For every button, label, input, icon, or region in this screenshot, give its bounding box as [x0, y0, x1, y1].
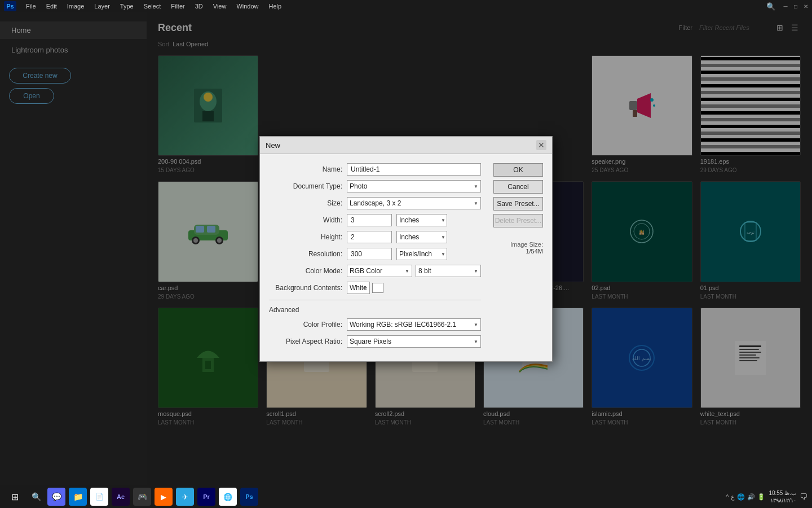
pixel-aspect-label: Pixel Aspect Ratio:: [269, 338, 342, 345]
taskbar-ae-icon[interactable]: Ae: [112, 488, 130, 506]
height-unit-select[interactable]: Inches: [396, 231, 447, 243]
bg-color-preview[interactable]: [372, 283, 383, 293]
width-input[interactable]: [347, 214, 392, 226]
width-unit-select[interactable]: Inches: [396, 214, 447, 226]
bg-contents-label: Background Contents:: [269, 284, 342, 292]
tray-volume[interactable]: 🔊: [747, 493, 755, 501]
minimize-button[interactable]: ─: [782, 2, 789, 10]
menu-help[interactable]: Help: [264, 2, 286, 11]
divider: [269, 300, 481, 300]
menu-type[interactable]: Type: [116, 2, 138, 11]
taskbar-telegram-icon[interactable]: ✈: [176, 488, 194, 506]
doc-type-select[interactable]: Photo: [347, 180, 481, 192]
ok-button[interactable]: OK: [493, 163, 543, 177]
doc-type-label: Document Type:: [269, 182, 342, 190]
modal-title: New: [266, 141, 280, 150]
taskbar-docs-icon[interactable]: 📄: [90, 488, 108, 506]
width-row: Width: Inches: [269, 214, 481, 226]
height-unit-wrapper: Inches: [396, 231, 447, 243]
time-display: 10:55 ب.ظ: [769, 489, 796, 497]
bit-depth-select[interactable]: 8 bit: [416, 265, 481, 277]
menu-image[interactable]: Image: [63, 2, 89, 11]
close-button[interactable]: ✕: [802, 2, 810, 10]
tray-network[interactable]: 🌐: [737, 493, 745, 501]
bg-row: White: [347, 282, 383, 294]
bg-contents-row: Background Contents: White: [269, 282, 481, 294]
width-label: Width:: [269, 216, 342, 224]
menu-view[interactable]: View: [209, 2, 231, 11]
menu-filter[interactable]: Filter: [166, 2, 189, 11]
date-display: ۱۳۹۸/۱۲/۱۰: [769, 497, 796, 504]
bg-select[interactable]: White: [347, 282, 370, 294]
menubar: Ps File Edit Image Layer Type Select Fil…: [0, 0, 812, 12]
taskbar-vlc-icon[interactable]: ▶: [155, 488, 173, 506]
modal-side-buttons: OK Cancel Save Preset... Delete Preset..…: [487, 163, 543, 352]
color-mode-row: Color Mode: RGB Color 8 bit: [269, 265, 481, 277]
menu-file[interactable]: File: [21, 2, 41, 11]
taskbar-controller-icon[interactable]: 🎮: [133, 488, 151, 506]
tray-battery: 🔋: [757, 493, 765, 501]
height-row: Height: Inches: [269, 231, 481, 243]
menu-window[interactable]: Window: [232, 2, 263, 11]
taskbar-premiere-icon[interactable]: Pr: [197, 488, 215, 506]
taskbar-search-button[interactable]: 🔍: [28, 489, 44, 505]
name-row: Name:: [269, 163, 481, 176]
color-mode-label: Color Mode:: [269, 267, 342, 275]
app-logo: Ps: [2, 0, 18, 12]
modal-overlay: New ✕ Name: Document Type: Pho: [0, 12, 812, 485]
resolution-row: Resolution: Pixels/Inch: [269, 248, 481, 260]
color-mode-select[interactable]: RGB Color: [347, 265, 412, 277]
color-mode-controls: RGB Color 8 bit: [347, 265, 481, 277]
width-unit-wrapper: Inches: [396, 214, 447, 226]
start-button[interactable]: ⊞: [5, 487, 25, 507]
taskbar-explorer-icon[interactable]: 📁: [69, 488, 87, 506]
modal-body: Name: Document Type: Photo: [260, 154, 552, 361]
resolution-unit-wrapper: Pixels/Inch: [396, 248, 447, 260]
modal-form: Name: Document Type: Photo: [269, 163, 481, 352]
notification-button[interactable]: 🗨: [800, 492, 807, 501]
ps-icon: Ps: [4, 1, 16, 11]
cancel-button[interactable]: Cancel: [493, 180, 543, 194]
tray-chevron[interactable]: ^: [726, 493, 729, 500]
modal-titlebar: New ✕: [260, 137, 552, 154]
menu-select[interactable]: Select: [139, 2, 166, 11]
doc-type-wrapper: Photo: [347, 180, 481, 192]
delete-preset-button[interactable]: Delete Preset...: [493, 214, 543, 227]
resolution-unit-select[interactable]: Pixels/Inch: [396, 248, 447, 260]
taskbar-photoshop-icon[interactable]: Ps: [240, 488, 258, 506]
color-profile-label: Color Profile:: [269, 321, 342, 329]
image-size-value: 1/54M: [493, 248, 543, 255]
name-label: Name:: [269, 165, 342, 173]
pixel-aspect-wrapper: Square Pixels: [347, 335, 481, 348]
save-preset-button[interactable]: Save Preset...: [493, 197, 543, 211]
name-input[interactable]: [347, 163, 481, 176]
tray-keyboard: ع: [731, 493, 735, 501]
size-label: Size:: [269, 199, 342, 207]
taskbar-clock[interactable]: 10:55 ب.ظ ۱۳۹۸/۱۲/۱۰: [769, 489, 796, 504]
resolution-input[interactable]: [347, 248, 392, 260]
color-profile-row: Color Profile: Working RGB: sRGB IEC6196…: [269, 318, 481, 331]
menu-edit[interactable]: Edit: [42, 2, 61, 11]
image-size-label: Image Size:: [493, 241, 543, 248]
pixel-aspect-select[interactable]: Square Pixels: [347, 335, 481, 348]
modal-close-button[interactable]: ✕: [536, 140, 546, 150]
taskbar-discord-icon[interactable]: 💬: [47, 488, 65, 506]
color-profile-select[interactable]: Working RGB: sRGB IEC61966-2.1: [347, 318, 481, 331]
menu-3d[interactable]: 3D: [191, 2, 208, 11]
bit-depth-wrapper: 8 bit: [416, 265, 481, 277]
bg-select-wrapper: White: [347, 282, 370, 294]
maximize-button[interactable]: □: [792, 2, 800, 10]
advanced-label: Advanced: [269, 306, 481, 314]
size-wrapper: Landscape, 3 x 2: [347, 197, 481, 209]
window-controls: 🔍 ─ □ ✕: [762, 0, 810, 12]
taskbar-right: ^ ع 🌐 🔊 🔋 10:55 ب.ظ ۱۳۹۸/۱۲/۱۰ 🗨: [726, 489, 807, 504]
height-input[interactable]: [347, 231, 392, 243]
color-mode-wrapper: RGB Color: [347, 265, 412, 277]
menu-layer[interactable]: Layer: [90, 2, 114, 11]
size-row: Size: Landscape, 3 x 2: [269, 197, 481, 209]
taskbar-chrome-icon[interactable]: 🌐: [219, 488, 237, 506]
height-label: Height:: [269, 233, 342, 241]
pixel-aspect-row: Pixel Aspect Ratio: Square Pixels: [269, 335, 481, 348]
size-select[interactable]: Landscape, 3 x 2: [347, 197, 481, 209]
search-icon[interactable]: 🔍: [762, 0, 779, 12]
